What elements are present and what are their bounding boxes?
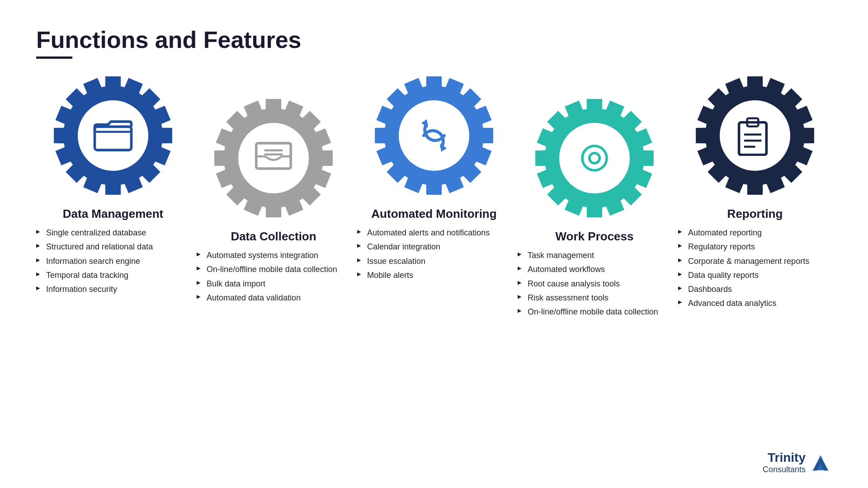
section-work-process: Work ProcessTask managementAutomated wor…	[518, 95, 671, 320]
icon-folder	[93, 115, 133, 156]
icon-clipboard	[735, 115, 775, 156]
list-item: On-line/offline mobile data collection	[197, 264, 350, 275]
bullet-list-data-collection: Automated systems integrationOn-line/off…	[197, 250, 350, 306]
list-item: Dashboards	[678, 284, 832, 295]
section-data-collection: Data CollectionAutomated systems integra…	[197, 95, 350, 306]
section-title-data-collection: Data Collection	[231, 230, 316, 244]
section-title-work-process: Work Process	[556, 230, 634, 244]
list-item: Automated systems integration	[197, 250, 350, 261]
list-item: Information security	[36, 284, 190, 295]
gear-reporting	[692, 72, 818, 199]
gear-work-process	[531, 95, 658, 221]
gears-row: Data ManagementSingle centralized databa…	[36, 72, 832, 320]
trinity-logo-icon	[809, 451, 832, 474]
list-item: Corporate & management reports	[678, 256, 832, 267]
list-item: Mobile alerts	[357, 270, 511, 281]
list-item: Automated alerts and notifications	[357, 227, 511, 239]
list-item: Automated data validation	[197, 292, 350, 304]
svg-rect-1	[95, 127, 132, 150]
list-item: Issue escalation	[357, 256, 511, 267]
gear-data-management	[50, 72, 176, 199]
list-item: Data quality reports	[678, 270, 832, 281]
icon-sync	[414, 115, 454, 156]
list-item: Calendar integration	[357, 241, 511, 253]
svg-point-14	[590, 153, 600, 164]
section-title-data-management: Data Management	[63, 207, 164, 221]
section-title-reporting: Reporting	[727, 207, 783, 221]
icon-settings	[574, 138, 615, 178]
bullet-list-reporting: Automated reportingRegulatory reportsCor…	[678, 227, 832, 312]
section-automated-monitoring: Automated MonitoringAutomated alerts and…	[357, 72, 511, 284]
list-item: Task management	[518, 250, 671, 261]
logo-area: Trinity Consultants	[763, 450, 832, 474]
gear-data-collection	[210, 95, 337, 221]
list-item: Advanced data analytics	[678, 298, 832, 309]
list-item: Root cause analysis tools	[518, 278, 671, 290]
icon-inbox	[253, 138, 294, 178]
list-item: On-line/offline mobile data collection	[518, 306, 671, 318]
logo-trinity: Trinity	[763, 450, 806, 465]
logo-text: Trinity Consultants	[763, 450, 806, 474]
bullet-list-work-process: Task managementAutomated workflowsRoot c…	[518, 250, 671, 320]
logo-consultants: Consultants	[763, 465, 806, 474]
list-item: Temporal data tracking	[36, 270, 190, 281]
list-item: Automated reporting	[678, 227, 832, 239]
list-item: Information search engine	[36, 256, 190, 267]
title-underline	[36, 56, 72, 59]
page-title: Functions and Features	[36, 27, 832, 53]
bullet-list-automated-monitoring: Automated alerts and notificationsCalend…	[357, 227, 511, 284]
list-item: Regulatory reports	[678, 241, 832, 253]
list-item: Bulk data import	[197, 278, 350, 290]
section-data-management: Data ManagementSingle centralized databa…	[36, 72, 190, 298]
svg-point-13	[582, 146, 607, 170]
list-item: Automated workflows	[518, 264, 671, 275]
list-item: Single centralized database	[36, 227, 190, 239]
bullet-list-data-management: Single centralized databaseStructured an…	[36, 227, 190, 298]
list-item: Structured and relational data	[36, 241, 190, 253]
page: Functions and Features Data ManagementSi…	[0, 0, 868, 488]
section-title-automated-monitoring: Automated Monitoring	[371, 207, 496, 221]
section-reporting: ReportingAutomated reportingRegulatory r…	[678, 72, 832, 312]
list-item: Risk assessment tools	[518, 292, 671, 304]
gear-automated-monitoring	[371, 72, 497, 199]
